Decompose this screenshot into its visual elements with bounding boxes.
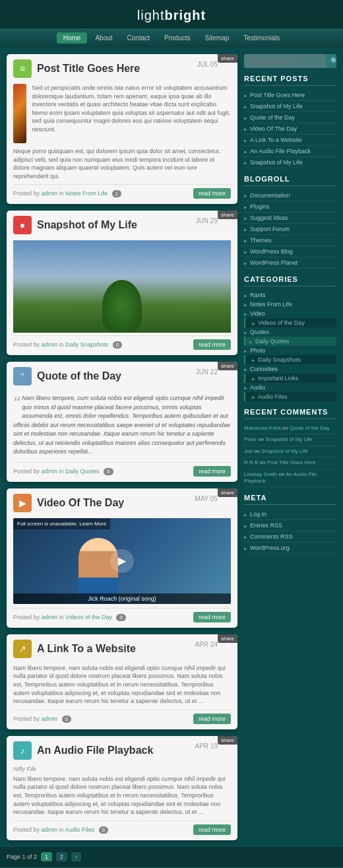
recent-post-link-3[interactable]: Quote of the Day: [244, 114, 336, 121]
post-icon-link: ↗: [13, 640, 32, 658]
share-button-3[interactable]: share: [218, 362, 237, 370]
post-meta-2: Posted by admin in Daily Snapshots 0: [13, 341, 122, 348]
blogroll-2: Plugins: [244, 201, 336, 213]
blogroll-link-5[interactable]: Themes: [244, 237, 336, 244]
cat-link-snapshots[interactable]: Daily Snapshots: [252, 356, 336, 363]
post-category-1[interactable]: Notes From Life: [65, 190, 108, 197]
comment-author-3[interactable]: Joe: [244, 448, 253, 454]
comment-post-4[interactable]: Post Title Goes Here: [267, 459, 316, 465]
cat-link-notes[interactable]: Notes From Life: [244, 301, 336, 308]
pagination-page-1[interactable]: 1: [41, 852, 52, 861]
cat-link-videos-day[interactable]: Videos of the Day: [252, 319, 336, 326]
post-category-4[interactable]: Videos of the Day: [65, 614, 112, 620]
post-meta-3: Posted by admin in Daily Quotes 0: [13, 468, 113, 475]
post-date-1: JUL 05: [197, 61, 218, 68]
post-author-1[interactable]: admin: [42, 190, 58, 197]
post-category-3[interactable]: Daily Quotes: [65, 468, 100, 475]
meta-1: Log In: [244, 509, 336, 520]
cat-link-audio-files[interactable]: Audio Files: [252, 393, 336, 400]
post-date-4: MAY 05: [195, 495, 218, 502]
meta-link-1[interactable]: Log In: [244, 511, 336, 517]
post-author-5[interactable]: admin: [42, 716, 58, 722]
cat-link-rants[interactable]: Rants: [244, 292, 336, 298]
read-more-1[interactable]: read more: [193, 188, 231, 199]
recent-post-link-7[interactable]: Snapshot of My Life: [244, 159, 336, 166]
main-content-wrap: ≡ Post Title Goes Here JUL 05 share Sed …: [0, 48, 343, 847]
blogroll-link-6[interactable]: WordPress Blog: [244, 248, 336, 255]
meta-link-2[interactable]: Entries RSS: [244, 522, 336, 529]
cat-link-audio[interactable]: Audio: [244, 384, 336, 391]
nav-home[interactable]: Home: [57, 32, 88, 44]
meta-link-4[interactable]: WordPress.org: [244, 545, 336, 551]
share-button-6[interactable]: share: [218, 736, 237, 745]
share-button-5[interactable]: share: [218, 634, 237, 643]
search-button[interactable]: 🔍: [326, 54, 336, 68]
cat-link-important-links[interactable]: Important Links: [252, 375, 336, 382]
read-more-3[interactable]: read more: [193, 466, 231, 477]
comment-author-4[interactable]: R R B: [244, 459, 258, 465]
cat-link-photo[interactable]: Photo: [244, 347, 336, 354]
blogroll-link-4[interactable]: Support Forum: [244, 226, 336, 232]
nav-testimonials[interactable]: Testimonials: [237, 32, 286, 44]
post-author-4[interactable]: admin: [42, 614, 58, 620]
cat-link-daily-quotes[interactable]: Daily Quotes: [249, 338, 336, 345]
post-author-2[interactable]: admin: [42, 341, 58, 348]
post-header-2: ● Snapshot of My Life JUN 29 share: [7, 211, 237, 237]
nav-about[interactable]: About: [88, 32, 119, 44]
blogroll-link-2[interactable]: Plugins: [244, 203, 336, 210]
main-nav: Home About Contact Products Sitemap Test…: [0, 28, 343, 48]
post-footer-4: Posted by admin in Videos of the Day 0 r…: [13, 608, 231, 622]
blogroll-link-7[interactable]: WordPress Planet: [244, 259, 336, 266]
video-thumbnail[interactable]: Full screen is unavailable. Learn More ▶…: [13, 518, 231, 604]
categories-list: Rants Notes From Life Video Videos of th…: [244, 290, 336, 401]
post-category-2[interactable]: Daily Snapshots: [65, 341, 108, 348]
comment-post-1[interactable]: Quote of the Day: [290, 425, 329, 431]
post-card-6: ♪ An Audio File Playback APR 19 share Ni…: [7, 736, 237, 840]
video-play-button[interactable]: ▶: [110, 549, 134, 573]
read-more-2[interactable]: read more: [193, 339, 231, 350]
sidebar: 🔍 RECENT POSTS Post Title Goes Here Snap…: [244, 54, 336, 840]
recent-post-link-2[interactable]: Snapshot of My Life: [244, 103, 336, 110]
recent-post-3: Quote of the Day: [244, 112, 336, 123]
meta-3: Comments RSS: [244, 531, 336, 543]
comment-post-2[interactable]: Snapshot of My Life: [265, 436, 312, 442]
post-body-4: Full screen is unavailable. Learn More ▶…: [7, 515, 237, 628]
search-input[interactable]: [244, 54, 326, 68]
pagination-page-2[interactable]: 2: [56, 852, 67, 861]
post-footer-5: Posted by admin 0 read more: [13, 710, 231, 724]
recent-post-link-4[interactable]: Video Of The Day: [244, 125, 336, 132]
blogroll-link-1[interactable]: Documentation: [244, 192, 336, 199]
post-date-5: APR 24: [195, 641, 218, 648]
nav-sitemap[interactable]: Sitemap: [199, 32, 236, 44]
read-more-5[interactable]: read more: [193, 714, 231, 724]
share-button-4[interactable]: share: [218, 488, 237, 497]
meta-link-3[interactable]: Comments RSS: [244, 533, 336, 540]
comment-author-5[interactable]: Lindsay Smith: [244, 471, 277, 477]
cat-link-quotes[interactable]: Quotes: [244, 329, 336, 335]
cat-snapshots: Daily Snapshots: [244, 355, 336, 364]
recent-post-link-6[interactable]: An Audio File Playback: [244, 148, 336, 154]
post-icon-quote: “: [13, 367, 32, 385]
nav-contact[interactable]: Contact: [121, 32, 156, 44]
recent-comment-5: Lindsay Smith on An Audio File Playback: [244, 469, 336, 488]
pagination-next[interactable]: ›: [71, 852, 81, 861]
post-author-3[interactable]: admin: [42, 468, 58, 475]
blogroll-link-3[interactable]: Suggest Ideas: [244, 215, 336, 221]
recent-post-link-1[interactable]: Post Title Goes Here: [244, 92, 336, 98]
share-button-1[interactable]: share: [218, 54, 237, 63]
comment-count-6: 0: [99, 826, 108, 834]
nav-products[interactable]: Products: [158, 32, 197, 44]
comment-author-1[interactable]: Mahamad Kohil: [244, 425, 281, 431]
cat-link-curiosities[interactable]: Curiosities: [244, 366, 336, 372]
recent-post-link-5[interactable]: A Link To a Website: [244, 137, 336, 143]
post-category-6[interactable]: Audio Files: [65, 826, 95, 833]
cat-link-video[interactable]: Video: [244, 310, 336, 317]
read-more-6[interactable]: read more: [193, 824, 231, 835]
post-author-6[interactable]: admin: [42, 826, 58, 833]
comment-post-3[interactable]: Snapshot of My Life: [261, 448, 308, 454]
share-button-2[interactable]: share: [218, 211, 237, 219]
recent-comments-list: Mahamad Kohil on Quote of the Day Peter …: [244, 423, 336, 487]
read-more-4[interactable]: read more: [193, 612, 231, 622]
post-excerpt-6: Nam libero tempore, nam soluta nobis est…: [13, 775, 231, 817]
comment-author-2[interactable]: Peter: [244, 436, 257, 442]
